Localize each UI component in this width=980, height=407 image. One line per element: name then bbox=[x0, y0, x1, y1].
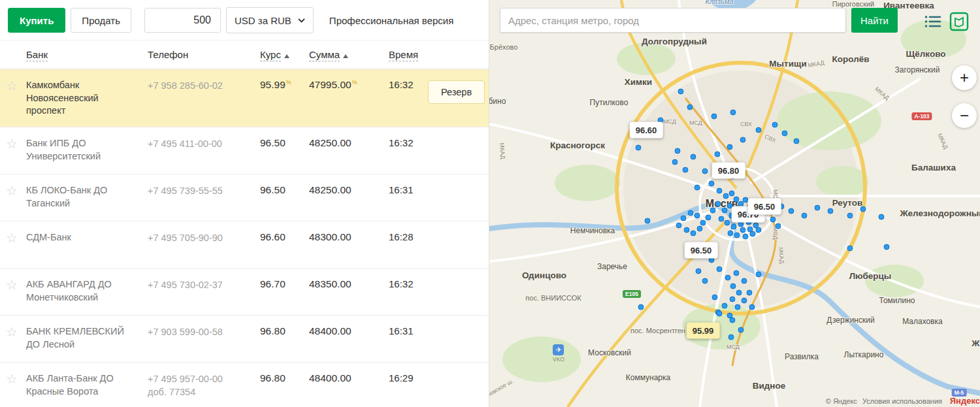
bank-location-dot[interactable] bbox=[681, 216, 687, 221]
bank-location-dot[interactable] bbox=[678, 89, 684, 95]
favorite-star-icon[interactable]: ☆ bbox=[6, 325, 18, 339]
bank-location-dot[interactable] bbox=[687, 105, 693, 110]
table-row[interactable]: ☆ СДМ-Банк +7 495 705-90-90 96.60 48300.… bbox=[0, 221, 489, 269]
yandex-logo[interactable]: Яндекс bbox=[950, 396, 980, 406]
header-rate-sort[interactable]: Курс bbox=[260, 49, 281, 61]
zoom-in-button[interactable]: + bbox=[952, 65, 977, 90]
bank-location-dot[interactable] bbox=[756, 272, 762, 278]
bank-location-dot[interactable] bbox=[717, 311, 723, 317]
header-bank[interactable]: Банк bbox=[26, 49, 48, 61]
bank-location-dot[interactable] bbox=[722, 208, 728, 214]
bank-location-dot[interactable] bbox=[736, 290, 742, 296]
bank-location-dot[interactable] bbox=[743, 234, 749, 240]
table-row[interactable]: ☆ Камкомбанк Новоясеневский проспект +7 … bbox=[0, 69, 489, 127]
map-find-button[interactable]: Найти bbox=[851, 8, 898, 33]
bank-location-dot[interactable] bbox=[740, 137, 746, 143]
bank-location-dot[interactable] bbox=[717, 188, 723, 194]
bank-location-dot[interactable] bbox=[702, 278, 708, 284]
map-view-button[interactable] bbox=[948, 10, 970, 33]
favorite-star-icon[interactable]: ☆ bbox=[6, 184, 18, 198]
bank-location-dot[interactable] bbox=[675, 148, 681, 154]
bank-location-dot[interactable] bbox=[715, 201, 721, 207]
map-rate-marker[interactable]: 95.99 bbox=[687, 323, 720, 339]
table-row[interactable]: ☆ КБ ЛОКО-Банк ДО Таганский +7 495 739-5… bbox=[0, 174, 489, 221]
currency-pair-select[interactable]: USD за RUB bbox=[226, 7, 314, 33]
bank-location-dot[interactable] bbox=[728, 231, 734, 236]
bank-location-dot[interactable] bbox=[696, 269, 702, 274]
bank-location-dot[interactable] bbox=[730, 284, 736, 289]
bank-location-dot[interactable] bbox=[847, 246, 853, 252]
bank-location-dot[interactable] bbox=[728, 334, 734, 340]
header-time[interactable]: Время bbox=[389, 49, 418, 61]
favorite-star-icon[interactable]: ☆ bbox=[6, 231, 18, 245]
bank-location-dot[interactable] bbox=[712, 295, 718, 301]
bank-location-dot[interactable] bbox=[828, 208, 834, 214]
bank-location-dot[interactable] bbox=[747, 290, 753, 296]
table-row[interactable]: ☆ БАНК КРЕМЛЕВСКИЙ ДО Лесной +7 903 599-… bbox=[0, 316, 489, 363]
bank-location-dot[interactable] bbox=[702, 169, 708, 174]
map-rate-marker[interactable]: 96.50 bbox=[748, 199, 781, 215]
favorite-star-icon[interactable]: ☆ bbox=[6, 278, 18, 292]
bank-location-dot[interactable] bbox=[860, 206, 866, 212]
bank-location-dot[interactable] bbox=[802, 213, 808, 219]
map-rate-marker[interactable]: 96.50 bbox=[685, 242, 718, 259]
bank-location-dot[interactable] bbox=[672, 159, 678, 165]
bank-location-dot[interactable] bbox=[709, 181, 715, 187]
bank-location-dot[interactable] bbox=[700, 220, 706, 226]
bank-location-dot[interactable] bbox=[782, 131, 788, 137]
bank-location-dot[interactable] bbox=[727, 144, 733, 150]
bank-location-dot[interactable] bbox=[789, 208, 794, 214]
bank-location-dot[interactable] bbox=[723, 193, 729, 199]
map-rate-marker[interactable]: 96.60 bbox=[630, 122, 663, 138]
bank-location-dot[interactable] bbox=[730, 317, 736, 323]
bank-location-dot[interactable] bbox=[725, 275, 731, 281]
bank-location-dot[interactable] bbox=[719, 216, 725, 222]
bank-location-dot[interactable] bbox=[750, 231, 756, 237]
bank-location-dot[interactable] bbox=[645, 218, 651, 224]
favorite-star-icon[interactable]: ☆ bbox=[6, 372, 18, 386]
bank-location-dot[interactable] bbox=[691, 154, 696, 160]
table-row[interactable]: ☆ Банк ИПБ ДО Университетский +7 495 411… bbox=[0, 127, 489, 174]
bank-location-dot[interactable] bbox=[884, 244, 890, 250]
map-canvas[interactable]: ✈ VKO Найти bbox=[489, 0, 980, 407]
buy-button[interactable]: Купить bbox=[8, 8, 65, 33]
zoom-out-button[interactable]: − bbox=[952, 103, 977, 128]
bank-location-dot[interactable] bbox=[722, 303, 728, 309]
bank-location-dot[interactable] bbox=[706, 215, 711, 221]
bank-location-dot[interactable] bbox=[742, 278, 747, 284]
bank-location-dot[interactable] bbox=[776, 223, 781, 229]
bank-location-dot[interactable] bbox=[688, 210, 694, 216]
bank-location-dot[interactable] bbox=[738, 327, 744, 333]
bank-location-dot[interactable] bbox=[740, 227, 746, 233]
bank-location-dot[interactable] bbox=[794, 138, 800, 144]
terms-link[interactable]: Условия использования bbox=[862, 397, 942, 405]
sell-button[interactable]: Продать bbox=[71, 8, 131, 33]
bank-location-dot[interactable] bbox=[638, 304, 644, 310]
bank-location-dot[interactable] bbox=[734, 270, 740, 276]
reserve-button[interactable]: Резерв bbox=[428, 80, 485, 104]
table-row[interactable]: ☆ АКБ АВАНГАРД ДО Монетчиковский +7 495 … bbox=[0, 269, 489, 316]
bank-location-dot[interactable] bbox=[711, 114, 717, 120]
bank-location-dot[interactable] bbox=[731, 224, 737, 230]
bank-location-dot[interactable] bbox=[636, 145, 642, 151]
bank-location-dot[interactable] bbox=[730, 110, 736, 116]
header-sum-sort[interactable]: Сумма bbox=[309, 49, 340, 61]
bank-location-dot[interactable] bbox=[772, 122, 778, 128]
bank-location-dot[interactable] bbox=[734, 233, 740, 238]
list-view-button[interactable] bbox=[923, 13, 943, 30]
table-row[interactable]: ☆ АКБ Ланта-Банк ДО Красные Ворота +7 49… bbox=[0, 363, 489, 407]
bank-location-dot[interactable] bbox=[725, 220, 730, 226]
bank-location-dot[interactable] bbox=[730, 297, 736, 302]
favorite-star-icon[interactable]: ☆ bbox=[6, 78, 18, 93]
bank-location-dot[interactable] bbox=[710, 208, 716, 214]
bank-location-dot[interactable] bbox=[770, 217, 776, 223]
bank-location-dot[interactable] bbox=[684, 227, 690, 233]
bank-location-dot[interactable] bbox=[715, 152, 721, 157]
bank-location-dot[interactable] bbox=[756, 127, 762, 133]
bank-location-dot[interactable] bbox=[694, 185, 700, 191]
bank-location-dot[interactable] bbox=[697, 226, 703, 232]
bank-location-dot[interactable] bbox=[676, 223, 682, 229]
bank-location-dot[interactable] bbox=[749, 304, 755, 310]
bank-location-dot[interactable] bbox=[742, 298, 747, 304]
bank-location-dot[interactable] bbox=[847, 213, 853, 219]
